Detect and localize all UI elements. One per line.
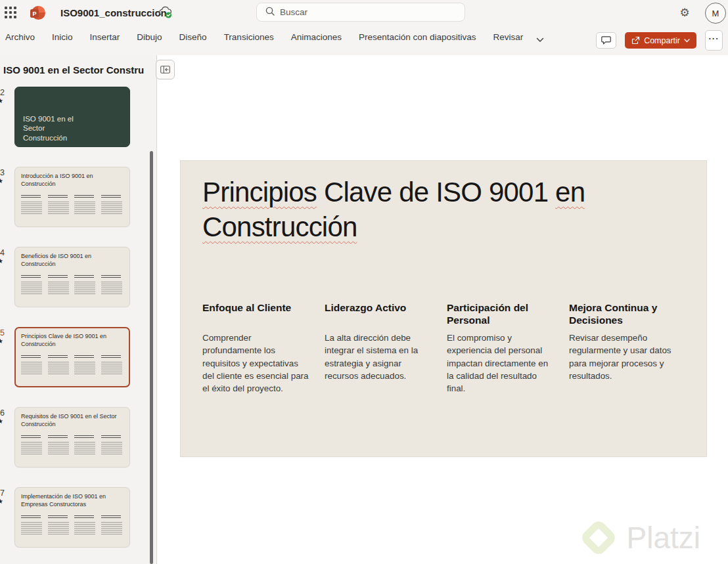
more-options-button[interactable]: ···	[705, 30, 723, 51]
slide-thumbnail[interactable]: ISO 9001 en el Sector Construcción	[14, 87, 130, 147]
thumbnail-mini-column	[74, 515, 97, 536]
thumbnail-mini-column	[21, 435, 44, 456]
slide-title[interactable]: Principios Clave de ISO 9001 en Construc…	[202, 175, 656, 244]
thumbnail-title: Principios Clave de ISO 9001 en Construc…	[21, 333, 124, 348]
document-title[interactable]: ISO9001_construccion	[60, 7, 167, 18]
thumbnail-mini-column	[48, 435, 71, 456]
animation-star-icon: ★	[0, 337, 11, 345]
account-avatar[interactable]: M	[705, 3, 726, 24]
thumbnail-mini-column	[74, 275, 97, 295]
editor-canvas: Principios Clave de ISO 9001 en Construc…	[158, 55, 728, 564]
thumbnail-gutter: 3★	[0, 168, 11, 185]
slide-columns: Enfoque al ClienteComprender profundamen…	[202, 301, 678, 395]
top-bar: P ISO9001_construccion Buscar ⚙ M	[0, 0, 728, 26]
mini-column-heading	[21, 195, 41, 199]
thumbnail-item-slide-7: 7★Implementación de ISO 9001 en Empresas…	[0, 487, 157, 548]
share-chevron-down-icon	[684, 39, 690, 43]
menu-tab-inicio[interactable]: Inicio	[52, 32, 73, 42]
thumbnail-mini-columns	[21, 275, 124, 295]
slide-column-body: Revisar desempeño regularmente y usar da…	[569, 332, 678, 382]
slide-column-body: El compromiso y experiencia del personal…	[447, 332, 556, 395]
ribbon-menu: ArchivoInicioInsertarDibujoDiseñoTransic…	[0, 30, 728, 50]
slide-column-body: La alta dirección debe integrar el siste…	[325, 332, 434, 382]
thumbnail-mini-column	[101, 435, 124, 456]
menu-tab-dise-o[interactable]: Diseño	[179, 32, 207, 42]
mini-column-text	[21, 442, 42, 456]
comments-button[interactable]	[596, 32, 616, 49]
thumbnail-title: Beneficios de ISO 9001 en Construcción	[21, 253, 124, 268]
thumbnail-mini-column	[48, 275, 71, 295]
mini-column-heading	[48, 435, 68, 439]
thumbnail-mini-column	[21, 355, 44, 376]
slide-thumbnail[interactable]: Requisitos de ISO 9001 en el Sector Cons…	[14, 407, 130, 467]
thumbnail-mini-column	[74, 195, 97, 215]
mini-column-text	[48, 522, 69, 536]
mini-column-text	[101, 442, 122, 456]
thumbnail-mini-column	[74, 435, 97, 456]
search-input[interactable]: Buscar	[256, 3, 465, 22]
slide-thumbnail[interactable]: Beneficios de ISO 9001 en Construcción	[14, 247, 130, 307]
current-slide[interactable]: Principios Clave de ISO 9001 en Construc…	[181, 161, 706, 456]
mini-column-text	[21, 282, 42, 295]
slide-thumbnail[interactable]: Principios Clave de ISO 9001 en Construc…	[14, 327, 130, 387]
menu-tab-archivo[interactable]: Archivo	[5, 32, 35, 42]
animation-star-icon: ★	[0, 418, 11, 425]
platzi-logo-icon	[579, 518, 618, 557]
thumbnail-gutter: 2★	[0, 88, 11, 105]
menu-tab-presentaci-n-con-diapositivas[interactable]: Presentación con diapositivas	[359, 32, 476, 42]
menu-tab-insertar[interactable]: Insertar	[90, 32, 120, 42]
mini-column-text	[48, 282, 69, 295]
mini-column-heading	[101, 275, 121, 279]
share-icon	[631, 36, 640, 45]
thumbnail-mini-columns	[21, 195, 124, 215]
mini-column-text	[74, 202, 95, 215]
mini-column-heading	[101, 515, 121, 519]
search-placeholder: Buscar	[280, 7, 307, 17]
thumbnail-mini-column	[48, 195, 71, 215]
mini-column-heading	[21, 275, 41, 279]
ribbon-chevron-down-icon[interactable]	[536, 33, 544, 45]
cloud-saved-icon[interactable]	[158, 6, 173, 19]
share-button[interactable]: Compartir	[625, 32, 696, 49]
mini-column-heading	[74, 195, 94, 199]
slide-thumbnail[interactable]: Introducción a ISO 9001 en Construcción	[14, 167, 130, 227]
mini-column-text	[21, 202, 42, 215]
mini-column-text	[74, 362, 95, 376]
thumbnail-title: Introducción a ISO 9001 en Construcción	[21, 173, 124, 188]
slide-column-2[interactable]: Liderazgo ActivoLa alta dirección debe i…	[325, 301, 434, 395]
mini-column-heading	[48, 195, 68, 199]
menu-tab-revisar[interactable]: Revisar	[493, 32, 524, 42]
mini-column-heading	[21, 435, 41, 439]
mini-column-text	[48, 202, 69, 215]
mini-column-heading	[48, 515, 68, 519]
mini-column-text	[21, 522, 42, 536]
thumbnail-mini-column	[21, 275, 44, 295]
search-icon	[265, 7, 275, 18]
collapse-panel-button[interactable]	[156, 60, 175, 79]
powerpoint-icon[interactable]: P	[30, 5, 46, 21]
mini-column-text	[101, 202, 122, 215]
thumbnail-mini-column	[101, 195, 124, 215]
menu-tab-animaciones[interactable]: Animaciones	[291, 32, 342, 42]
thumbnail-item-slide-2: 2★ISO 9001 en el Sector Construcción	[0, 87, 157, 147]
menu-tab-dibujo[interactable]: Dibujo	[137, 32, 162, 42]
platzi-watermark-text: Platzi	[627, 520, 700, 555]
mini-column-text	[21, 362, 42, 376]
slide-number: 2	[0, 88, 11, 97]
slide-title-segment: Clave de ISO 9001	[317, 177, 555, 207]
thumbnail-item-slide-6: 6★Requisitos de ISO 9001 en el Sector Co…	[0, 407, 157, 467]
slide-column-3[interactable]: Participación del PersonalEl compromiso …	[447, 301, 556, 395]
slide-thumbnail[interactable]: Implementación de ISO 9001 en Empresas C…	[14, 487, 130, 548]
settings-gear-icon[interactable]: ⚙	[677, 5, 692, 20]
menu-tab-transiciones[interactable]: Transiciones	[224, 32, 274, 42]
app-launcher-icon[interactable]	[5, 7, 18, 20]
slide-column-4[interactable]: Mejora Continua y DecisionesRevisar dese…	[569, 301, 678, 395]
mini-column-heading	[101, 435, 121, 439]
slide-thumbnail-panel: ISO 9001 en el Sector Constru 2★ISO 9001…	[0, 55, 157, 564]
slide-column-1[interactable]: Enfoque al ClienteComprender profundamen…	[202, 301, 311, 395]
thumbnail-gutter: 4★	[0, 248, 11, 265]
mini-column-text	[48, 362, 69, 376]
slide-column-heading: Enfoque al Cliente	[202, 301, 311, 330]
slide-column-heading: Mejora Continua y Decisiones	[569, 301, 678, 330]
panel-scrollbar[interactable]	[150, 151, 153, 564]
